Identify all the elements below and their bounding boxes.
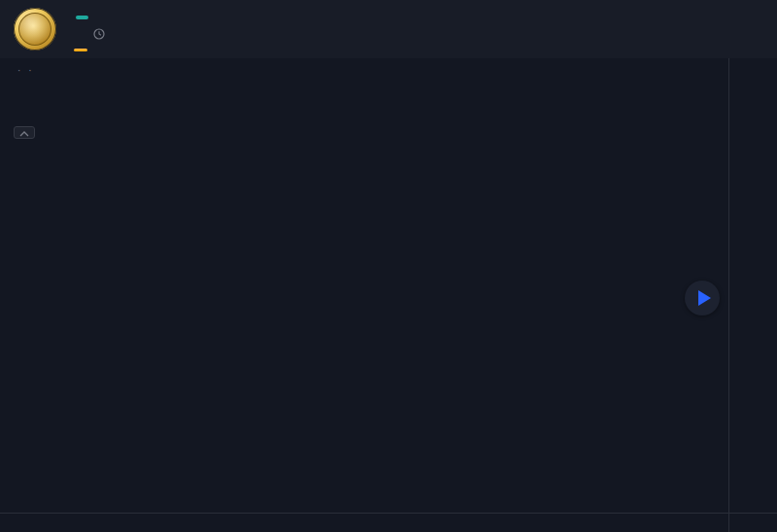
replay-play-button[interactable] [685,281,720,316]
ma-indicator-row[interactable] [14,94,64,109]
idea-header [0,0,777,58]
legend-collapse-button[interactable] [14,126,35,139]
pane-border-right [728,58,729,532]
symbol-legend-row[interactable]: ·· [14,64,64,80]
close-icon[interactable] [744,8,765,29]
idea-popup: ·· [0,0,777,532]
time-axis[interactable] [0,514,728,532]
clock-icon [93,28,105,43]
chart-canvas[interactable] [0,0,728,532]
long-badge [76,16,88,19]
price-axis[interactable] [729,58,777,513]
author-avatar[interactable] [14,8,56,50]
volume-indicator-row[interactable] [14,109,64,123]
envelope-indicator-row[interactable] [14,80,64,94]
chart-area: ·· [0,0,777,532]
chevron-up-icon [19,131,29,137]
legend-ohlc [36,64,64,76]
chart-legend: ·· [14,64,64,139]
play-icon [698,290,711,306]
premium-badge [74,49,87,51]
author-row [68,43,95,54]
pane-border-bottom [0,513,777,514]
symbol-row [68,27,105,43]
